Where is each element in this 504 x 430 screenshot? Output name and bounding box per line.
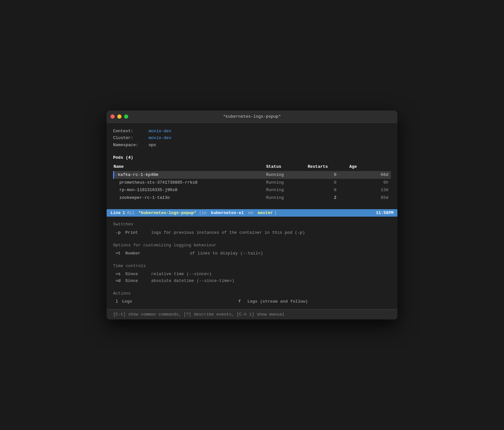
status-line-label: Line [110, 210, 121, 215]
statusbar: Line 1 All *kubernetes-logs-popup* (in k… [107, 209, 397, 217]
status-time: 11:58PM [376, 210, 394, 215]
time-key-s: =s [113, 271, 123, 278]
pod-name-cell: rp-mon-1181316335-j96s0 [114, 186, 266, 194]
window-controls [110, 114, 128, 119]
status-all-label: All [127, 210, 134, 215]
pod-name: zookeeper-rc-1-ta13o [120, 195, 170, 200]
action-row-logs: l Logs f Logs (stream and follow) [113, 298, 391, 305]
pod-restarts-cell: 0 [308, 171, 349, 179]
col-header-restarts: Restarts [308, 163, 349, 171]
cluster-value: movio-dev [149, 135, 171, 141]
action-key-f: f [238, 298, 245, 305]
pod-name: rp-mon-1181316335-j96s0 [120, 188, 177, 192]
status-line-num: 1 [122, 210, 125, 215]
status-branch: master [258, 210, 273, 215]
pod-status-cell: Running [266, 194, 308, 202]
time-row-d: =d Since absolute datetime (--since-time… [113, 278, 391, 285]
switch-key-p: -p [113, 230, 123, 236]
pod-status-cell: Running [266, 186, 308, 194]
window-title: *kubernetes-logs-popup* [223, 114, 281, 119]
bottom-bar: [C-t] show common commands, [?] describe… [107, 309, 397, 319]
option-label-t: Number [125, 250, 190, 257]
options-header: Options for customizing logging behaviou… [113, 242, 391, 249]
context-label: Context: [113, 128, 149, 134]
pod-name-cell: prometheus-sts-3741739885-rrks8 [114, 179, 266, 187]
pod-status-cell: Running [266, 179, 308, 187]
time-label-s: Since [125, 271, 151, 278]
pod-restarts-cell: 0 [308, 186, 349, 194]
action-key-l: l [113, 298, 120, 305]
time-controls-header: Time controls [113, 262, 391, 270]
status-buffer: kubernetes-el [211, 210, 244, 215]
pods-title: Pods (4) [113, 155, 391, 161]
actions-header: Actions [113, 290, 391, 297]
table-row[interactable]: rp-mon-1181316335-j96s0Running013d [114, 186, 391, 194]
status-filename: *kubernetes-logs-popup* [138, 210, 196, 215]
context-row: Context: movio-dev [113, 128, 391, 134]
minimize-button[interactable] [117, 114, 121, 119]
close-button[interactable] [110, 114, 115, 119]
pod-age-cell: 85d [349, 194, 391, 202]
bottom-bar-text: [C-t] show common commands, [?] describe… [113, 312, 285, 317]
maximize-button[interactable] [124, 114, 128, 119]
pod-status-cell: Running [266, 171, 308, 179]
terminal-window: *kubernetes-logs-popup* Context: movio-d… [107, 111, 397, 319]
switch-row-p: -p Print logs for previous instances of … [113, 230, 391, 236]
time-label-d: Since [125, 278, 151, 285]
pod-name-cell: zookeeper-rc-1-ta13o [114, 194, 266, 202]
table-header-row: Name Status Restarts Age [114, 163, 391, 171]
table-row[interactable]: zookeeper-rc-1-ta13oRunning285d [114, 194, 391, 202]
pods-section: Pods (4) Name Status Restarts Age □kafka… [113, 155, 391, 201]
status-on-label: on [248, 210, 253, 215]
table-row[interactable]: prometheus-sts-3741739885-rrks8Running06… [114, 179, 391, 187]
namespace-value: ops [149, 142, 156, 148]
pod-age-cell: 66d [349, 171, 391, 179]
pod-restarts-cell: 0 [308, 179, 349, 187]
time-row-s: =s Since relative time (--since=) [113, 271, 391, 278]
pod-restarts-cell: 2 [308, 194, 349, 202]
table-row[interactable]: □kafka-rc-1-kp46mRunning066d [114, 171, 391, 179]
option-key-t: =t [113, 250, 123, 257]
main-content: Context: movio-dev Cluster: movio-dev Na… [107, 123, 397, 210]
time-key-d: =d [113, 278, 123, 285]
cluster-label: Cluster: [113, 135, 149, 141]
pod-selector: □ [114, 172, 117, 177]
action-label-follow: Logs (stream and follow) [247, 298, 308, 305]
option-desc-t: of lines to display (--tail=) [190, 250, 263, 257]
time-desc-d: absolute datetime (--since-time=) [151, 278, 234, 285]
pod-age-cell: 13d [349, 186, 391, 194]
pod-name: kafka-rc-1-kp46m [118, 172, 158, 177]
pod-name-cell: □kafka-rc-1-kp46m [114, 171, 266, 179]
pods-table: Name Status Restarts Age □kafka-rc-1-kp4… [113, 163, 391, 202]
titlebar: *kubernetes-logs-popup* [107, 111, 397, 123]
cluster-row: Cluster: movio-dev [113, 135, 391, 141]
namespace-label: Namespace: [113, 142, 149, 148]
option-row-t: =t Number of lines to display (--tail=) [113, 250, 391, 257]
col-header-name: Name [114, 163, 266, 171]
time-desc-s: relative time (--since=) [151, 271, 212, 278]
help-section: Switches -p Print logs for previous inst… [107, 217, 397, 309]
action-label-logs: Logs [122, 298, 232, 305]
meta-section: Context: movio-dev Cluster: movio-dev Na… [113, 128, 391, 148]
switches-header: Switches [113, 220, 391, 228]
pod-age-cell: 6h [349, 179, 391, 187]
col-header-age: Age [349, 163, 391, 171]
namespace-row: Namespace: ops [113, 142, 391, 148]
status-in-label: (in [199, 210, 206, 215]
context-value: movio-dev [149, 128, 171, 134]
switch-desc-p: logs for previous instances of the conta… [151, 230, 305, 236]
switch-label-p: Print [125, 230, 151, 236]
status-close-paren: ) [274, 210, 277, 215]
col-header-status: Status [266, 163, 308, 171]
pod-name: prometheus-sts-3741739885-rrks8 [120, 180, 198, 185]
